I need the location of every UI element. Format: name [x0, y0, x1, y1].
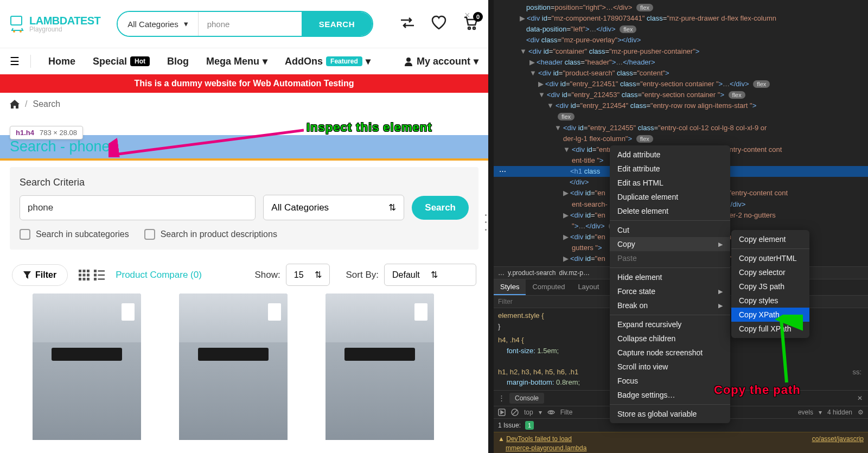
show-select[interactable]: 15 ⇅ — [286, 264, 330, 286]
cart-icon[interactable]: 0 — [462, 15, 478, 33]
ctx-focus[interactable]: Focus — [610, 374, 730, 388]
check-descriptions[interactable]: Search in product descriptions — [144, 229, 277, 240]
criteria-search-button[interactable]: Search — [412, 196, 469, 220]
product-card[interactable] — [33, 294, 141, 440]
checkbox-icon[interactable] — [144, 229, 155, 240]
svg-rect-15 — [94, 270, 97, 272]
select-caret-icon: ⇅ — [388, 202, 396, 213]
chevron-down-icon: ▾ — [366, 55, 371, 67]
ctx-expand[interactable]: Expand recursively — [610, 317, 730, 331]
logo-icon — [10, 15, 25, 33]
sub-copy-xpath[interactable]: Copy XPath — [731, 308, 809, 322]
sort-select[interactable]: Default ⇅ — [384, 264, 476, 286]
nav-addons[interactable]: AddOns Featured ▾ — [285, 55, 371, 67]
svg-rect-11 — [87, 273, 90, 276]
sub-copy-styles[interactable]: Copy styles — [731, 294, 809, 308]
clear-icon[interactable] — [511, 409, 519, 416]
ctx-scroll[interactable]: Scroll into view — [610, 360, 730, 374]
ctx-edit-attribute[interactable]: Edit attribute — [610, 162, 730, 176]
list-view-icon[interactable] — [94, 270, 105, 280]
criteria-keyword-input[interactable] — [20, 195, 256, 220]
ctx-store-global[interactable]: Store as global variable — [610, 407, 730, 421]
compare-icon[interactable] — [399, 16, 416, 32]
svg-rect-10 — [83, 273, 86, 276]
svg-rect-6 — [79, 270, 81, 272]
chevron-down-icon: ▾ — [474, 55, 478, 67]
checkbox-icon[interactable] — [20, 229, 30, 240]
criteria-category-select[interactable]: All Categories ⇅ — [263, 195, 404, 220]
ctx-break-on[interactable]: Break on▶ — [610, 298, 730, 312]
console-tab[interactable]: Console — [509, 393, 544, 404]
resize-handle[interactable] — [482, 212, 489, 233]
logo[interactable]: LAMBDATEST Playground — [10, 15, 100, 33]
product-card[interactable] — [326, 294, 434, 440]
ctx-collapse[interactable]: Collapse children — [610, 331, 730, 346]
grid-view-icon[interactable] — [79, 270, 90, 280]
ctx-copy[interactable]: Copy▶ — [610, 237, 730, 251]
logo-sub-text: Playground — [29, 26, 100, 33]
tab-layout[interactable]: Layout — [571, 279, 605, 295]
svg-line-24 — [513, 410, 517, 414]
gear-icon[interactable]: ⚙ — [858, 409, 864, 416]
ctx-screenshot[interactable]: Capture node screenshot — [610, 346, 730, 360]
product-card[interactable] — [179, 294, 288, 440]
tab-styles[interactable]: Styles — [494, 279, 526, 295]
sub-copy-selector[interactable]: Copy selector — [731, 265, 809, 279]
sub-copy-outerhtml[interactable]: Copy outerHTML — [731, 251, 809, 265]
top-bar: LAMBDATEST Playground All Categories ▾ S… — [0, 0, 488, 48]
filter-button[interactable]: Filter — [12, 264, 68, 286]
sub-copy-jspath[interactable]: Copy JS path — [731, 279, 809, 294]
svg-point-2 — [20, 30, 22, 33]
criteria-label: Search Criteria — [20, 177, 469, 188]
search-button[interactable]: SEARCH — [302, 12, 372, 36]
home-icon[interactable] — [10, 100, 20, 109]
ctx-delete[interactable]: Delete element — [610, 204, 730, 218]
ctx-badge[interactable]: Badge settings… — [610, 388, 730, 402]
eye-icon[interactable] — [547, 409, 555, 416]
svg-point-4 — [473, 27, 475, 29]
search-input[interactable] — [199, 12, 302, 36]
tab-computed[interactable]: Computed — [526, 279, 571, 295]
nav-blog[interactable]: Blog — [167, 56, 189, 67]
filter-icon — [23, 271, 31, 279]
sub-copy-full-xpath[interactable]: Copy full XPath — [731, 322, 809, 336]
ctx-add-attribute[interactable]: Add attribute — [610, 148, 730, 162]
inspect-tooltip: h1.h4 783 × 28.08 — [10, 126, 83, 139]
svg-rect-16 — [98, 270, 105, 272]
inspect-annotation: Inspect this element — [307, 120, 432, 135]
top-icons: 0 — [399, 15, 478, 33]
nav-mega-menu[interactable]: Mega Menu ▾ — [206, 55, 267, 67]
svg-rect-17 — [94, 273, 97, 276]
hamburger-icon[interactable]: ☰ — [10, 55, 31, 68]
search-category-select[interactable]: All Categories ▾ — [118, 12, 198, 36]
wishlist-icon[interactable] — [431, 15, 447, 33]
nav-special[interactable]: Special Hot — [93, 56, 150, 67]
play-icon[interactable] — [498, 409, 506, 416]
search-criteria-box: Search Criteria All Categories ⇅ Search … — [10, 167, 478, 250]
svg-point-5 — [406, 58, 411, 62]
product-compare-link[interactable]: Product Compare (0) — [116, 270, 202, 280]
nav-account[interactable]: My account ▾ — [404, 55, 478, 67]
sub-copy-element[interactable]: Copy element — [731, 232, 809, 246]
nav-home[interactable]: Home — [48, 56, 75, 67]
ctx-duplicate[interactable]: Duplicate element — [610, 190, 730, 204]
ctx-paste: Paste — [610, 251, 730, 265]
check-subcategories[interactable]: Search in subcategories — [20, 229, 129, 240]
select-caret-icon: ⇅ — [315, 270, 322, 280]
ctx-hide[interactable]: Hide element — [610, 270, 730, 284]
svg-rect-0 — [11, 16, 22, 25]
ctx-edit-html[interactable]: Edit as HTML — [610, 176, 730, 190]
filter-row: Filter Product Compare (0) Show: 15 ⇅ So… — [0, 256, 488, 294]
context-menu: Add attribute Edit attribute Edit as HTM… — [610, 145, 730, 423]
chevron-down-icon: ▾ — [263, 55, 267, 67]
svg-rect-13 — [83, 278, 86, 280]
nav-bar: ☰ Home Special Hot Blog Mega Menu ▾ AddO… — [0, 48, 488, 74]
breadcrumb-current[interactable]: Search — [33, 99, 60, 109]
website-panel: × LAMBDATEST Playground All Categories ▾… — [0, 0, 488, 453]
search-wrap: All Categories ▾ SEARCH — [117, 11, 373, 37]
ctx-cut[interactable]: Cut — [610, 223, 730, 237]
page-title: Search - phone — [10, 138, 478, 155]
svg-rect-19 — [94, 278, 97, 280]
ctx-force-state[interactable]: Force state▶ — [610, 284, 730, 298]
svg-rect-12 — [79, 278, 81, 280]
